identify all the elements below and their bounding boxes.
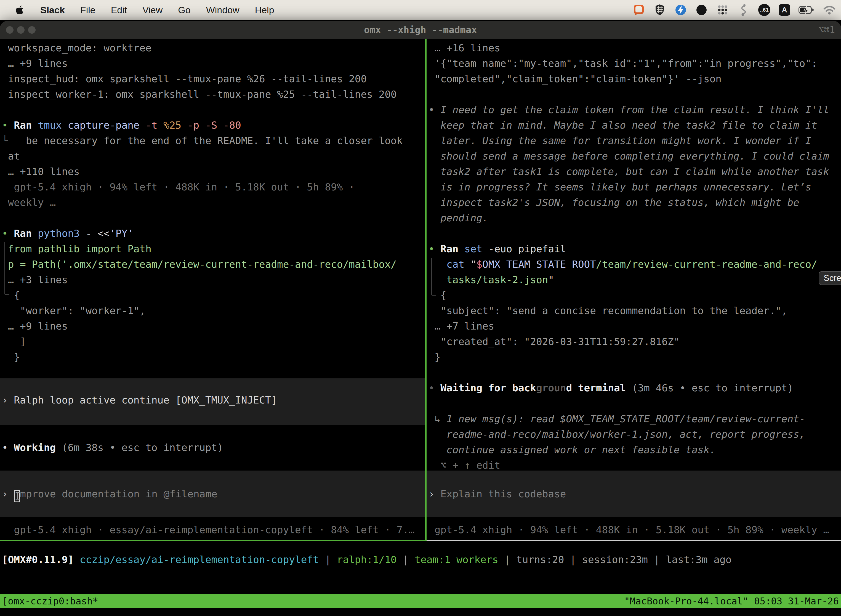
shield-grid-icon[interactable] [653, 4, 666, 16]
title-bar: omx --xhigh --madmax ⌥⌘1 [0, 21, 841, 39]
terminal-line: from pathlib import Path [2, 241, 425, 257]
terminal-line: is in progress? It seems likely but perh… [428, 179, 841, 195]
left-pane-border [0, 540, 425, 541]
terminal-line: "worker": "worker-1", [2, 303, 425, 318]
terminal-line: p = Path('.omx/state/team/review-current… [2, 257, 425, 272]
terminal-line: weekly … [2, 195, 425, 210]
right-pane[interactable]: … +16 lines '{"team_name":"my-team","tas… [426, 39, 841, 540]
input-source-label: A [782, 6, 787, 14]
badge-61-label: ..61 [760, 7, 769, 13]
terminal-line: inspect task2's JSON, focusing on the st… [428, 195, 841, 210]
crescent-icon[interactable] [695, 4, 708, 16]
terminal-line: readme-and-reco/mailbox/worker-1.json, a… [428, 427, 841, 442]
waiting-status-line: • Waiting for background terminal (3m 46… [428, 380, 841, 396]
terminal-line: continue assigned work or next feasible … [428, 442, 841, 458]
terminal-line: } [428, 349, 841, 365]
terminal-line: … +7 lines [428, 318, 841, 334]
right-pane-border [426, 540, 841, 541]
terminal-line: gpt-5.4 xhigh · 94% left · 488K in · 5.1… [2, 179, 425, 195]
terminal-line: later. Using the same for transition mig… [428, 133, 841, 148]
terminal-line: ↳ 1 new msg(s): read $OMX_TEAM_STATE_ROO… [428, 411, 841, 427]
menu-view[interactable]: View [142, 5, 163, 15]
battery-charging-icon[interactable] [799, 6, 815, 14]
ralph-loop-banner: › Ralph loop active continue [OMX_TMUX_I… [2, 392, 425, 408]
terminal-line: ] [2, 334, 425, 349]
terminal-line: • I need to get the claim token from the… [428, 102, 841, 117]
terminal-line: … +16 lines [428, 40, 841, 56]
menu-help[interactable]: Help [255, 5, 274, 15]
apple-menu-icon[interactable] [15, 5, 24, 15]
terminal-line: inspect_worker-1: omx sparkshell --tmux-… [2, 87, 425, 102]
input-source-a-badge[interactable]: A [779, 4, 790, 16]
terminal-line: } [2, 349, 425, 365]
terminal-line: { [2, 287, 425, 303]
battery-61-badge[interactable]: ..61 [758, 4, 771, 16]
lightning-badge-icon[interactable] [674, 4, 687, 16]
terminal-line: "completed","claim_token":"claim-token"}… [428, 71, 841, 87]
terminal-line: • Ran set -euo pipefail [428, 241, 841, 257]
terminal-line: • Ran tmux capture-pane -t %25 -p -S -80 [2, 117, 425, 133]
menu-file[interactable]: File [80, 5, 95, 15]
menu-window[interactable]: Window [206, 5, 239, 15]
prompt-input-line[interactable]: › Improve documentation in @filename [2, 486, 425, 502]
terminal-line: "subject": "send a concise recommendatio… [428, 303, 841, 318]
menu-bar: Slack FileEditViewGoWindowHelp ..61 A [0, 0, 841, 20]
text-cursor: I [14, 490, 20, 502]
terminal-line: pending. [428, 210, 841, 226]
terminal-line: '{"team_name":"my-team","task_id":"1","f… [428, 56, 841, 71]
working-status-line: • Working (6m 38s • esc to interrupt) [2, 440, 425, 455]
menu-items: Slack FileEditViewGoWindowHelp [40, 5, 274, 15]
model-status-line: gpt-5.4 xhigh · essay/ai-reimplementatio… [2, 522, 425, 538]
model-status-line: gpt-5.4 xhigh · 94% left · 488K in · 5.1… [428, 522, 841, 538]
terminal-line: "created_at": "2026-03-31T11:59:27.816Z" [428, 334, 841, 349]
terminal-content: workspace_mode: worktree … +9 lines insp… [0, 39, 841, 615]
terminal-line: { [428, 287, 841, 303]
terminal-line: … +9 lines [2, 318, 425, 334]
chat-app-icon[interactable] [632, 4, 645, 16]
menu-go[interactable]: Go [178, 5, 190, 15]
terminal-line: inspect_hud: omx sparkshell --tmux-pane … [2, 71, 425, 87]
menu-status-icons: ..61 A [632, 0, 836, 20]
terminal-line: • Ran python3 - <<'PY' [2, 226, 425, 241]
terminal-window: omx --xhigh --madmax ⌥⌘1 workspace_mode:… [0, 21, 841, 615]
menu-edit[interactable]: Edit [111, 5, 127, 15]
terminal-line: … +9 lines [2, 56, 425, 71]
omx-status-line: [OMX#0.11.9] cczip/essay/ai-reimplementa… [2, 552, 731, 568]
window-title: omx --xhigh --madmax [0, 21, 841, 39]
terminal-line: workspace_mode: worktree [2, 40, 425, 56]
screen-tooltip: Scre [819, 271, 841, 285]
dots-grid-icon[interactable] [716, 4, 729, 16]
wifi-icon[interactable] [823, 4, 836, 15]
terminal-line: … +3 lines [2, 272, 425, 287]
terminal-line: at [2, 148, 425, 164]
menu-app-name[interactable]: Slack [40, 5, 65, 15]
squiggle-icon[interactable] [737, 4, 750, 16]
terminal-line: cat "$OMX_TEAM_STATE_ROOT/team/review-cu… [428, 257, 841, 272]
terminal-line: └ be necessary for the end of the README… [2, 133, 425, 148]
terminal-line: task2 after task1 is complete, but can I… [428, 164, 841, 179]
terminal-line: should send a message before completing … [428, 148, 841, 164]
terminal-line: tasks/task-2.json" [428, 272, 841, 287]
tmux-host-clock-label: "MacBook-Pro-44.local" 05:03 31-Mar-26 [624, 594, 839, 608]
terminal-line: ⌥ + ↑ edit [428, 458, 841, 473]
terminal-line: keep that in mind. Maybe I also need the… [428, 117, 841, 133]
terminal-line: … +110 lines [2, 164, 425, 179]
prompt-input-line[interactable]: › Explain this codebase [428, 486, 841, 502]
tmux-status-bar: [omx-cczip0:bash* "MacBook-Pro-44.local"… [0, 594, 841, 608]
window-shortcut-hint: ⌥⌘1 [818, 21, 835, 39]
screen: Slack FileEditViewGoWindowHelp ..61 A [0, 0, 841, 616]
tmux-session-label: [omx-cczip0:bash* [2, 594, 98, 608]
left-pane[interactable]: workspace_mode: worktree … +9 lines insp… [0, 39, 425, 540]
